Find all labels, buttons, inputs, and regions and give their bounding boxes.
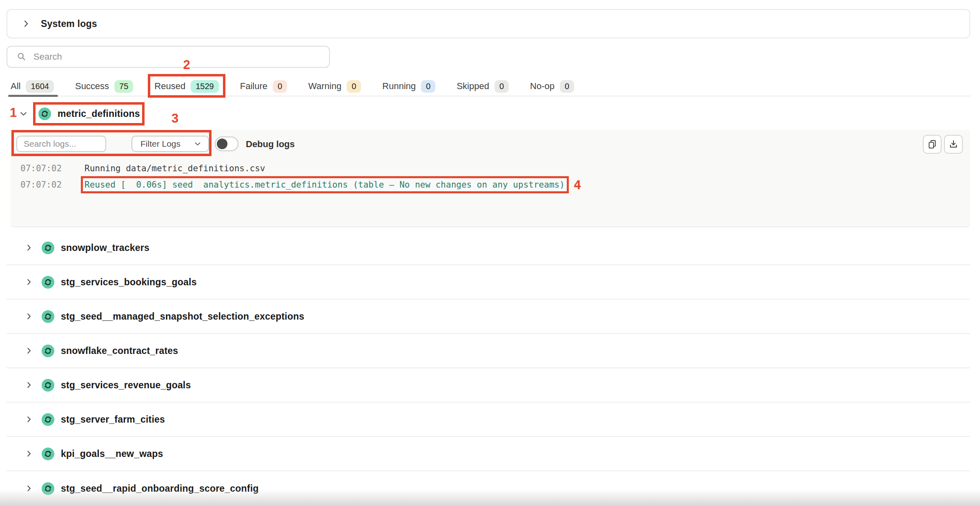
log-message: Running data/metric_definitions.csv [85, 163, 265, 173]
tab-label: Warning [308, 81, 341, 92]
chevron-right-icon [21, 19, 31, 29]
copy-icon [927, 139, 938, 150]
log-line: 07:07:02 Running data/metric_definitions… [11, 160, 970, 177]
group-name: stg_services_bookings_goals [61, 277, 197, 288]
chevron-right-icon [24, 243, 33, 252]
tab-count-badge: 1529 [191, 80, 219, 93]
search-icon [16, 51, 27, 62]
tab-label: Success [75, 81, 109, 92]
system-logs-page: System logs All 1604 Success 75 Reused 1… [0, 0, 980, 506]
sync-refresh-icon [42, 345, 54, 357]
log-group-row[interactable]: snowflake_contract_rates [7, 334, 970, 368]
chevron-right-icon [24, 381, 33, 390]
log-group-row[interactable]: snowplow_trackers [7, 231, 970, 265]
group-name: stg_server_farm_cities [61, 414, 165, 425]
log-group-row[interactable]: stg_services_bookings_goals [7, 265, 970, 300]
tab-all[interactable]: All 1604 [11, 76, 54, 96]
sync-refresh-icon [42, 276, 54, 289]
system-logs-header-row[interactable]: System logs [7, 9, 970, 38]
debug-logs-label: Debug logs [246, 139, 295, 150]
sync-refresh-icon [42, 379, 54, 392]
log-message-reused: Reused [ 0.06s] seed analytics.metric_de… [85, 180, 565, 190]
group-name: snowplow_trackers [61, 242, 149, 253]
group-name: snowflake_contract_rates [61, 345, 178, 356]
search-input[interactable] [33, 51, 319, 62]
search-bar [7, 46, 330, 68]
tab-count-badge: 1604 [26, 80, 54, 93]
sync-refresh-icon [42, 413, 54, 426]
tab-failure[interactable]: Failure 0 [240, 76, 287, 96]
tab-skipped[interactable]: Skipped 0 [457, 76, 509, 96]
copy-logs-button[interactable] [923, 135, 942, 154]
group-name: metric_definitions [58, 108, 140, 119]
log-group-row[interactable]: stg_server_farm_cities [7, 403, 970, 437]
log-group-row[interactable]: kpi_goals__new_waps [7, 437, 970, 471]
tab-label: No-op [530, 81, 555, 92]
log-group-row[interactable]: stg_services_revenue_goals [7, 368, 970, 403]
group-name: stg_seed__managed_snapshot_selection_exc… [61, 311, 304, 322]
tab-running[interactable]: Running 0 [382, 76, 435, 96]
tab-count-badge: 0 [560, 80, 574, 93]
group-name: stg_services_revenue_goals [61, 380, 191, 391]
debug-logs-toggle[interactable] [215, 137, 238, 151]
chevron-right-icon [24, 278, 33, 287]
chevron-right-icon [24, 312, 33, 321]
group-title-wrap: metric_definitions [38, 107, 140, 120]
tab-count-badge: 0 [273, 80, 287, 93]
toggle-knob [217, 139, 227, 149]
annotation-number-2: 2 [183, 58, 190, 72]
tab-label: All [11, 81, 20, 92]
chevron-right-icon [24, 449, 33, 458]
log-search-input[interactable] [16, 136, 106, 152]
filter-logs-dropdown[interactable]: Filter Logs [131, 136, 209, 152]
download-logs-button[interactable] [944, 135, 963, 154]
tab-label: Failure [240, 81, 267, 92]
log-timestamp: 07:07:02 [20, 163, 65, 173]
log-timestamp: 07:07:02 [20, 180, 65, 190]
sync-refresh-icon [38, 107, 51, 120]
chevron-right-icon [24, 415, 33, 424]
tab-count-badge: 0 [421, 80, 435, 93]
tab-count-badge: 75 [114, 80, 133, 93]
page-title: System logs [41, 18, 97, 29]
chevron-right-icon [24, 484, 33, 493]
filter-logs-label: Filter Logs [140, 139, 180, 149]
tab-no-op[interactable]: No-op 0 [530, 76, 574, 96]
log-group-list: snowplow_trackers stg_services_bookings_… [7, 231, 970, 506]
log-message-text: Reused [ 0.06s] seed analytics.metric_de… [85, 180, 565, 190]
annotation-number-4: 4 [574, 177, 581, 192]
tab-count-badge: 0 [347, 80, 361, 93]
chevron-down-icon [194, 140, 202, 148]
tab-label: Reused [154, 81, 185, 92]
download-icon [948, 139, 959, 150]
tab-success[interactable]: Success 75 [75, 76, 133, 96]
chevron-down-icon [19, 109, 28, 119]
group-name: stg_seed__rapid_onboarding_score_config [61, 483, 259, 494]
sync-refresh-icon [42, 310, 54, 323]
sync-refresh-icon [42, 482, 54, 495]
tab-label: Skipped [457, 81, 489, 92]
status-tabs: All 1604 Success 75 Reused 1529 2 Failur… [7, 77, 970, 96]
tab-count-badge: 0 [494, 80, 509, 93]
sync-refresh-icon [42, 242, 54, 254]
tab-label: Running [382, 81, 416, 92]
group-name: kpi_goals__new_waps [61, 448, 163, 459]
tab-warning[interactable]: Warning 0 [308, 76, 361, 96]
sync-refresh-icon [42, 448, 54, 460]
log-group-row[interactable]: stg_seed__rapid_onboarding_score_config [7, 471, 970, 506]
log-panel: Filter Logs Debug logs 07:07:02 Running … [11, 130, 970, 227]
chevron-right-icon [24, 346, 33, 355]
log-group-row-expanded[interactable]: metric_definitions [7, 102, 970, 125]
log-group-row[interactable]: stg_seed__managed_snapshot_selection_exc… [7, 300, 970, 334]
log-line: 07:07:02 Reused [ 0.06s] seed analytics.… [11, 177, 970, 193]
tab-reused[interactable]: Reused 1529 2 [154, 76, 218, 96]
